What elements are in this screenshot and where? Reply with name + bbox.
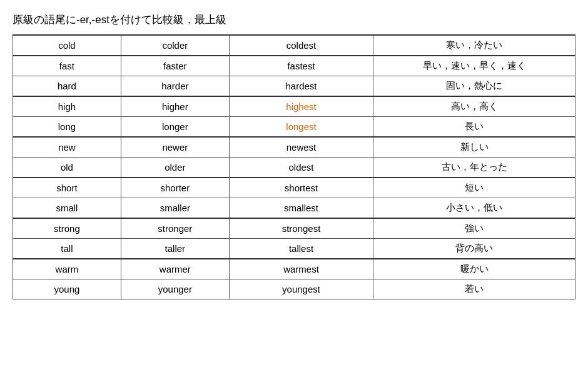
table-row: newnewernewest新しい <box>13 137 575 158</box>
superlative-form: youngest <box>229 279 373 299</box>
comparative-form: colder <box>121 35 229 56</box>
comparative-form: shorter <box>121 178 229 198</box>
superlative-form: tallest <box>229 239 373 259</box>
base-form: fast <box>13 56 121 76</box>
page-title: 原級の語尾に-er,-estを付けて比較級，最上級 <box>13 13 575 27</box>
superlative-form: coldest <box>229 35 373 56</box>
meaning: 古い，年とった <box>373 158 575 178</box>
comparative-form: warmer <box>121 259 229 279</box>
base-form: new <box>13 137 121 158</box>
table-row: warmwarmerwarmest暖かい <box>13 259 575 279</box>
table-row: smallsmallersmallest小さい，低い <box>13 198 575 219</box>
meaning: 強い <box>373 218 575 239</box>
superlative-form: shortest <box>229 178 373 198</box>
comparative-form: smaller <box>121 198 229 219</box>
base-form: strong <box>13 218 121 239</box>
comparative-form: longer <box>121 117 229 138</box>
comparative-form: higher <box>121 96 229 117</box>
table-row: talltallertallest背の高い <box>13 239 575 259</box>
superlative-form: warmest <box>229 259 373 279</box>
base-form: hard <box>13 76 121 97</box>
meaning: 寒い，冷たい <box>373 35 575 56</box>
base-form: long <box>13 117 121 138</box>
superlative-form: longest <box>229 117 373 138</box>
comparison-table: coldcoldercoldest寒い，冷たいfastfasterfastest… <box>13 34 575 299</box>
table-row: coldcoldercoldest寒い，冷たい <box>13 35 575 56</box>
comparative-form: newer <box>121 137 229 158</box>
meaning: 暖かい <box>373 259 575 279</box>
meaning: 長い <box>373 117 575 138</box>
meaning: 高い，高く <box>373 96 575 117</box>
table-row: highhigherhighest高い，高く <box>13 96 575 117</box>
base-form: short <box>13 178 121 198</box>
superlative-form: strongest <box>229 218 373 239</box>
table-row: hardharderhardest固い，熱心に <box>13 76 575 97</box>
base-form: young <box>13 279 121 299</box>
table-row: strongstrongerstrongest強い <box>13 218 575 239</box>
base-form: tall <box>13 239 121 259</box>
meaning: 若い <box>373 279 575 299</box>
table-row: youngyoungeryoungest若い <box>13 279 575 299</box>
table-row: oldolderoldest古い，年とった <box>13 158 575 178</box>
meaning: 早い，速い，早く，速く <box>373 56 575 76</box>
superlative-form: fastest <box>229 56 373 76</box>
superlative-form: newest <box>229 137 373 158</box>
table-row: fastfasterfastest早い，速い，早く，速く <box>13 56 575 76</box>
table-row: shortshortershortest短い <box>13 178 575 198</box>
superlative-form: oldest <box>229 158 373 178</box>
superlative-form: smallest <box>229 198 373 219</box>
meaning: 固い，熱心に <box>373 76 575 97</box>
base-form: cold <box>13 35 121 56</box>
meaning: 短い <box>373 178 575 198</box>
meaning: 新しい <box>373 137 575 158</box>
comparative-form: faster <box>121 56 229 76</box>
meaning: 小さい，低い <box>373 198 575 219</box>
base-form: small <box>13 198 121 219</box>
meaning: 背の高い <box>373 239 575 259</box>
base-form: old <box>13 158 121 178</box>
comparative-form: stronger <box>121 218 229 239</box>
comparative-form: older <box>121 158 229 178</box>
comparative-form: harder <box>121 76 229 97</box>
superlative-form: highest <box>229 96 373 117</box>
base-form: warm <box>13 259 121 279</box>
comparative-form: taller <box>121 239 229 259</box>
base-form: high <box>13 96 121 117</box>
superlative-form: hardest <box>229 76 373 97</box>
comparative-form: younger <box>121 279 229 299</box>
page-wrapper: 原級の語尾に-er,-estを付けて比較級，最上級 coldcoldercold… <box>13 13 575 299</box>
table-row: longlongerlongest長い <box>13 117 575 138</box>
